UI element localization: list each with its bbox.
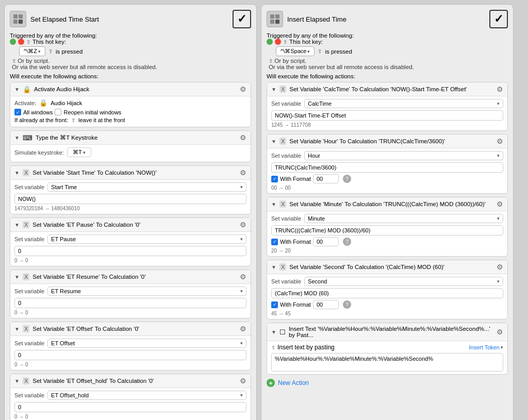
gear-icon[interactable]: ⚙	[240, 133, 246, 142]
calc-var-input[interactable]: CalcTime ▾	[304, 99, 503, 108]
right-dot-red[interactable]	[275, 39, 281, 45]
text-icon: ☐	[279, 328, 286, 336]
action-hour-header: ▼ X Set Variable 'Hour' To Calculation '…	[267, 135, 507, 148]
chevron-icon[interactable]: ▼	[271, 201, 276, 207]
gear-icon[interactable]: ⚙	[240, 169, 246, 177]
set-var-input[interactable]: Start Time ▾	[47, 182, 246, 192]
chevron-icon[interactable]: ▼	[14, 326, 20, 332]
chevron-icon[interactable]: ▼	[271, 87, 276, 92]
hour-var-input[interactable]: Hour ▾	[304, 151, 503, 160]
gear-icon[interactable]: ⚙	[497, 200, 503, 208]
right-dot-green[interactable]	[267, 39, 273, 45]
left-dot-green[interactable]	[10, 39, 16, 45]
gear-icon[interactable]: ⚙	[497, 263, 503, 271]
to-input[interactable]: 0	[14, 246, 246, 256]
minute-to-input[interactable]: TRUNC(((CalcTime) MOD (3600))/60)	[271, 225, 503, 236]
all-windows-label: All windows	[23, 109, 53, 115]
action-type-keystroke: ▼ ⌨ Type the ⌘T Keystroke ⚙ Simulate key…	[10, 130, 251, 162]
insert-text-value[interactable]: %Variable%Hour%:%Variable%Minute%:%Varia…	[271, 353, 503, 372]
variable-icon: X	[23, 273, 29, 280]
action-insert-header: ▼ ☐ Insert Text '%Variable%Hour%:%Variab…	[267, 323, 507, 341]
left-checkmark[interactable]: ✓	[233, 10, 251, 28]
right-hotkey-dropdown[interactable]: ▾	[307, 49, 310, 54]
minute-format-checkbox[interactable]	[271, 239, 278, 245]
right-new-action-label: New Action	[278, 379, 309, 387]
result: 0 → 0	[14, 362, 246, 367]
right-hotkey-label: This hot key:	[289, 39, 323, 45]
help-icon[interactable]: ?	[343, 238, 351, 246]
action-set-resume-title: Set Variable 'ET Resume' To Calculation …	[32, 274, 237, 280]
help-icon[interactable]: ?	[343, 300, 351, 309]
insert-token-button[interactable]: Insert Token ▾	[469, 344, 503, 350]
right-panel-title: Insert Elapsed Time	[287, 15, 485, 23]
gear-icon[interactable]: ⚙	[240, 273, 246, 281]
gear-icon[interactable]: ⚙	[240, 325, 246, 333]
second-format-input[interactable]: 00	[313, 300, 339, 309]
left-dot-red[interactable]	[18, 39, 24, 45]
right-new-action[interactable]: + New Action	[267, 379, 508, 387]
chevron-icon[interactable]: ▼	[271, 264, 276, 270]
set-var-input[interactable]: ET Offset_hold ▾	[47, 391, 246, 400]
help-icon[interactable]: ?	[343, 175, 351, 183]
hour-to-input[interactable]: TRUNC(CalcTime/3600)	[271, 162, 503, 173]
to-input[interactable]: 0	[14, 402, 246, 412]
gear-icon[interactable]: ⚙	[497, 137, 503, 145]
chevron-icon[interactable]: ▼	[271, 139, 276, 144]
action-second-title: Set Variable 'Second' To Calculation '(C…	[289, 264, 493, 270]
gear-icon[interactable]: ⚙	[240, 221, 246, 229]
chevron-icon[interactable]: ▼	[14, 87, 20, 92]
gear-icon[interactable]: ⚙	[240, 377, 246, 385]
set-var-input[interactable]: ET Pause ▾	[47, 234, 246, 244]
left-panel-header: Set Elapsed Time Start ✓	[10, 10, 251, 28]
action-set-offset-hold-body: Set variable ET Offset_hold ▾ 0 0 → 0	[10, 388, 251, 420]
chevron-icon[interactable]: ▼	[14, 170, 20, 176]
right-will-execute: Will execute the following actions:	[267, 73, 508, 79]
chevron-icon[interactable]: ▼	[14, 222, 20, 228]
second-to-input[interactable]: (CalcTime) MOD (60)	[271, 288, 503, 298]
right-hotkey-box[interactable]: ^\⌘Space ▾	[276, 46, 315, 56]
svg-rect-6	[270, 20, 274, 24]
minute-var-input[interactable]: Minute ▾	[304, 214, 503, 223]
to-input[interactable]: 0	[14, 298, 246, 308]
insert-label: Insert text by pasting	[277, 344, 335, 351]
right-checkmark[interactable]: ✓	[489, 10, 508, 28]
chevron-icon[interactable]: ▼	[271, 329, 276, 335]
gear-icon[interactable]: ⚙	[497, 328, 503, 336]
to-input[interactable]: 0	[14, 350, 246, 360]
second-var-input[interactable]: Second ▾	[304, 277, 503, 286]
right-panel-header: Insert Elapsed Time ✓	[267, 10, 508, 28]
svg-rect-2	[13, 20, 18, 24]
reopen-windows-checkbox[interactable]	[55, 109, 61, 115]
set-var-input[interactable]: ET Resume ▾	[47, 287, 246, 296]
left-hotkey-box[interactable]: ^\⌘Z ▾	[19, 46, 45, 56]
all-windows-checkbox[interactable]	[14, 109, 21, 115]
set-var-input[interactable]: ET Offset ▾	[47, 339, 246, 348]
action-insert-title: Insert Text '%Variable%Hour%:%Variable%M…	[289, 326, 493, 338]
chevron-icon[interactable]: ▼	[14, 274, 20, 280]
left-arrow-up: ⇧	[26, 39, 30, 45]
calc-to-input[interactable]: NOW()-Start Time-ET Offset	[271, 110, 503, 121]
hour-format-checkbox[interactable]	[271, 176, 278, 182]
left-web-server: Or via the web server but all remote acc…	[12, 64, 251, 70]
minute-format-input[interactable]: 00	[313, 237, 339, 246]
action-insert-text: ▼ ☐ Insert Text '%Variable%Hour%:%Variab…	[267, 323, 508, 375]
to-input[interactable]: NOW()	[14, 194, 246, 204]
gear-icon[interactable]: ⚙	[497, 85, 503, 93]
action-insert-body: ⇧ Insert text by pasting Insert Token ▾ …	[267, 341, 507, 374]
left-hotkey-label: This hot key:	[32, 39, 66, 45]
right-trigger-label: Triggered by any of the following:	[267, 32, 508, 39]
keyboard-icon: ⌨	[23, 134, 32, 142]
action-set-et-pause: ▼ X Set Variable 'ET Pause' To Calculati…	[10, 217, 251, 266]
chevron-icon[interactable]: ▼	[14, 378, 20, 384]
right-arrow-up: ⇧	[283, 39, 287, 45]
left-panel-title: Set Elapsed Time Start	[30, 15, 228, 23]
chevron-icon[interactable]: ▼	[14, 135, 20, 141]
right-or-script: ⇧ Or by script.	[269, 58, 508, 64]
right-hotkey-arrow: ⇧	[318, 48, 322, 54]
hour-format-input[interactable]: 00	[313, 174, 339, 183]
second-format-checkbox[interactable]	[271, 301, 278, 308]
simulate-input[interactable]: ⌘T ▾	[67, 147, 91, 157]
action-set-hour: ▼ X Set Variable 'Hour' To Calculation '…	[267, 134, 508, 194]
left-hotkey-dropdown[interactable]: ▾	[38, 49, 41, 54]
gear-icon[interactable]: ⚙	[240, 85, 246, 93]
